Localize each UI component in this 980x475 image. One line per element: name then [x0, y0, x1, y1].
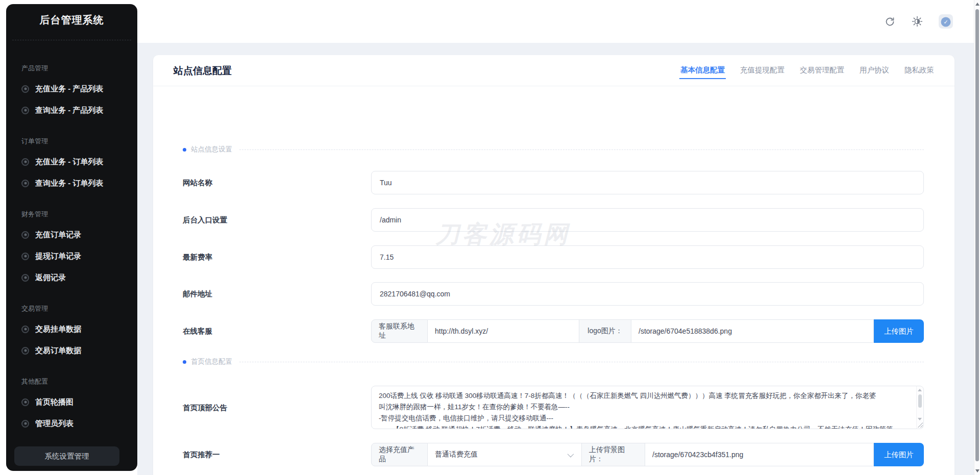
sidebar-group-label: 交易管理 [6, 304, 137, 313]
disc-icon [21, 253, 29, 260]
refresh-icon[interactable] [884, 15, 896, 28]
disc-icon [21, 274, 29, 282]
disc-icon [21, 398, 29, 406]
user-avatar[interactable] [939, 14, 953, 29]
app-title: 后台管理系统 [6, 4, 137, 36]
sidebar-group-products: 产品管理 充值业务 - 产品列表 查询业务 - 产品列表 [6, 64, 137, 121]
sidebar-group-label: 其他配置 [6, 377, 137, 386]
section-dot-icon [183, 148, 186, 152]
section-dot-icon [183, 360, 186, 364]
sidebar-group-orders: 订单管理 充值业务 - 订单列表 查询业务 - 订单列表 [6, 137, 137, 194]
page-title: 站点信息配置 [174, 55, 232, 86]
service-url-addon: 客服联系地址 [371, 319, 428, 343]
recommend-1-bg-path-input[interactable]: /storage/670423cb4f351.png [645, 443, 874, 466]
disc-icon [21, 180, 29, 187]
latest-rate-input[interactable]: 7.15 [371, 245, 924, 269]
disc-icon [21, 420, 29, 428]
row-online-service: 在线客服 客服联系地址 http://th.dsyl.xyz/ logo图片： … [183, 319, 924, 343]
sidebar-group-other: 其他配置 首页轮播图 管理员列表 [6, 377, 137, 434]
sidebar-item-withdraw-order-records[interactable]: 提现订单记录 [6, 245, 137, 267]
form-body: 站点信息设置 网站名称 Tuu 后台入口设置 /admin 最新费率 7.15 … [153, 86, 954, 475]
sidebar-item-rebate-records[interactable]: 返佣记录 [6, 267, 137, 288]
disc-icon [21, 231, 29, 239]
email-input[interactable]: 2821706481@qq.com [371, 282, 924, 306]
theme-toggle-icon[interactable] [911, 15, 923, 28]
recommend-1-group: 选择充值产品 普通话费充值 上传背景图片： /storage/670423cb4… [371, 443, 924, 466]
online-service-group: 客服联系地址 http://th.dsyl.xyz/ logo图片： /stor… [371, 319, 924, 343]
sidebar-item-trade-order-data[interactable]: 交易订单数据 [6, 340, 137, 361]
sidebar-group-label: 订单管理 [6, 137, 137, 146]
scroll-down-icon[interactable] [918, 418, 922, 420]
disc-icon [21, 347, 29, 355]
scrollbar-thumb[interactable] [975, 9, 979, 461]
sidebar-group-finance: 财务管理 充值订单记录 提现订单记录 返佣记录 [6, 210, 137, 288]
row-home-recommend-1: 首页推荐一 选择充值产品 普通话费充值 上传背景图片： /storage/670… [183, 443, 924, 466]
section-dashed-line [239, 362, 924, 362]
home-notice-textarea[interactable]: 200话费上线 仅收 移动联通 300移动联通高速！7-8折都高速！（（（石家庄… [371, 386, 924, 429]
section-site-info: 站点信息设置 [183, 145, 924, 154]
section-home-info: 首页信息配置 [183, 358, 924, 366]
row-site-name: 网站名称 Tuu [183, 171, 924, 194]
sidebar-group-label: 财务管理 [6, 210, 137, 219]
chevron-down-icon [568, 451, 574, 457]
sidebar-item-recharge-product-list[interactable]: 充值业务 - 产品列表 [6, 78, 137, 99]
app-root: 后台管理系统 产品管理 充值业务 - 产品列表 查询业务 - 产品列表 订单管理… [0, 0, 980, 475]
section-dashed-line [239, 149, 924, 150]
sidebar-item-home-carousel[interactable]: 首页轮播图 [6, 391, 137, 413]
upload-bg-1-button[interactable]: 上传图片 [874, 443, 924, 466]
logo-image-addon: logo图片： [579, 319, 631, 343]
sidebar: 后台管理系统 产品管理 充值业务 - 产品列表 查询业务 - 产品列表 订单管理… [6, 4, 137, 471]
tab-recharge-withdraw[interactable]: 充值提现配置 [739, 63, 786, 79]
scrollbar-thumb[interactable] [918, 394, 922, 408]
tab-user-agreement[interactable]: 用户协议 [859, 63, 890, 79]
service-url-input[interactable]: http://th.dsyl.xyz/ [428, 319, 579, 343]
logo-path-input[interactable]: /storage/6704e518838d6.png [631, 319, 874, 343]
card-header: 站点信息配置 基本信息配置 充值提现配置 交易管理配置 用户协议 隐私政策 [153, 55, 954, 86]
row-email: 邮件地址 2821706481@qq.com [183, 282, 924, 306]
row-admin-entry: 后台入口设置 /admin [183, 208, 924, 232]
sidebar-item-query-product-list[interactable]: 查询业务 - 产品列表 [6, 99, 137, 121]
sidebar-item-admin-list[interactable]: 管理员列表 [6, 413, 137, 434]
admin-entry-input[interactable]: /admin [371, 208, 924, 232]
upload-logo-button[interactable]: 上传图片 [874, 319, 924, 343]
bg-image-addon: 上传背景图片： [582, 443, 645, 466]
disc-icon [21, 85, 29, 93]
tab-trade-manage[interactable]: 交易管理配置 [799, 63, 845, 79]
disc-icon [21, 158, 29, 166]
sidebar-item-trade-pending-data[interactable]: 交易挂单数据 [6, 318, 137, 340]
sidebar-item-recharge-order-list[interactable]: 充值业务 - 订单列表 [6, 151, 137, 172]
select-product-addon: 选择充值产品 [371, 443, 428, 466]
topbar [137, 0, 974, 43]
textarea-scrollbar[interactable] [916, 386, 923, 429]
disc-icon [21, 107, 29, 114]
row-latest-rate: 最新费率 7.15 [183, 245, 924, 269]
sidebar-item-query-order-list[interactable]: 查询业务 - 订单列表 [6, 172, 137, 194]
scroll-up-icon[interactable] [975, 3, 979, 6]
row-home-notice: 首页顶部公告 200话费上线 仅收 移动联通 300移动联通高速！7-8折都高速… [183, 386, 924, 429]
tab-basic-info[interactable]: 基本信息配置 [679, 63, 726, 79]
sidebar-group-trade: 交易管理 交易挂单数据 交易订单数据 [6, 304, 137, 361]
page-scrollbar[interactable] [974, 0, 980, 475]
disc-icon [21, 326, 29, 333]
settings-card: 站点信息配置 基本信息配置 充值提现配置 交易管理配置 用户协议 隐私政策 站点… [153, 55, 954, 475]
scroll-down-icon[interactable] [975, 469, 979, 472]
system-settings-button[interactable]: 系统设置管理 [14, 446, 119, 466]
sidebar-divider [12, 40, 131, 40]
config-tabs: 基本信息配置 充值提现配置 交易管理配置 用户协议 隐私政策 [679, 55, 935, 86]
site-name-input[interactable]: Tuu [371, 171, 924, 194]
scroll-up-icon[interactable] [918, 389, 922, 391]
content-area: 站点信息配置 基本信息配置 充值提现配置 交易管理配置 用户协议 隐私政策 站点… [137, 43, 974, 475]
tab-privacy-policy[interactable]: 隐私政策 [903, 63, 935, 79]
check-badge-icon [941, 17, 951, 27]
recommend-1-product-select[interactable]: 普通话费充值 [428, 443, 582, 466]
sidebar-group-label: 产品管理 [6, 64, 137, 73]
sidebar-item-recharge-order-records[interactable]: 充值订单记录 [6, 224, 137, 245]
